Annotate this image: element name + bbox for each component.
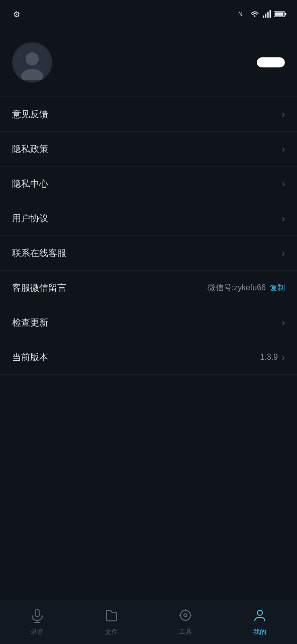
menu-label-version: 当前版本 — [12, 351, 48, 363]
nav-item-files[interactable]: 文件 — [74, 608, 149, 636]
menu-item-privacy-center[interactable]: 隐私中心› — [0, 167, 297, 201]
menu-item-privacy-policy[interactable]: 隐私政策› — [0, 132, 297, 167]
menu-right-wechat-message: 微信号:zykefu66复制 — [208, 283, 285, 293]
profile-info — [62, 61, 247, 64]
chevron-icon-privacy-center: › — [282, 179, 285, 189]
menu-label-online-service: 联系在线客服 — [12, 247, 66, 259]
menu-item-check-update[interactable]: 检查更新› — [0, 305, 297, 340]
avatar — [12, 42, 52, 83]
wifi-icon — [250, 10, 260, 19]
nav-label-record: 录音 — [31, 627, 44, 636]
status-bar: ⚙ N — [0, 0, 297, 28]
svg-rect-12 — [35, 609, 39, 617]
nav-item-mine[interactable]: 我的 — [223, 608, 297, 636]
menu-right-privacy-center: › — [282, 179, 285, 189]
svg-rect-2 — [263, 16, 264, 18]
chevron-icon-version: › — [282, 352, 285, 363]
menu-label-user-agreement: 用户协议 — [12, 212, 48, 224]
login-button[interactable] — [257, 57, 285, 67]
nav-icon-record — [30, 608, 45, 625]
svg-rect-4 — [267, 12, 269, 18]
nav-label-mine: 我的 — [253, 627, 266, 636]
chevron-icon-feedback: › — [282, 109, 285, 120]
svg-rect-8 — [275, 13, 283, 16]
menu-label-check-update: 检查更新 — [12, 316, 48, 329]
menu-right-check-update: › — [282, 317, 285, 328]
svg-point-15 — [180, 610, 190, 620]
menu-item-wechat-message[interactable]: 客服微信留言微信号:zykefu66复制 — [0, 271, 297, 305]
menu-right-user-agreement: › — [282, 213, 285, 224]
profile-section — [0, 28, 297, 97]
menu-list: 意见反馈›隐私政策›隐私中心›用户协议›联系在线客服›客服微信留言微信号:zyk… — [0, 97, 297, 375]
menu-label-privacy-center: 隐私中心 — [12, 178, 48, 190]
menu-item-user-agreement[interactable]: 用户协议› — [0, 201, 297, 236]
svg-rect-7 — [285, 13, 286, 15]
svg-point-1 — [254, 16, 256, 18]
chevron-icon-online-service: › — [282, 248, 285, 259]
settings-icon: ⚙ — [13, 10, 20, 19]
menu-label-privacy-policy: 隐私政策 — [12, 143, 48, 155]
nav-label-files: 文件 — [105, 627, 118, 636]
nav-icon-mine — [252, 608, 267, 625]
menu-right-feedback: › — [282, 109, 285, 120]
svg-text:N: N — [238, 11, 243, 18]
menu-right-online-service: › — [282, 248, 285, 259]
menu-label-wechat-message: 客服微信留言 — [12, 282, 66, 294]
avatar-icon — [15, 45, 50, 80]
svg-point-10 — [26, 52, 39, 65]
signal-icon — [262, 10, 271, 19]
nav-label-tools: 工具 — [179, 627, 192, 636]
version-value: 1.3.9 — [260, 353, 278, 362]
nav-icon-tools — [178, 608, 193, 625]
menu-item-online-service[interactable]: 联系在线客服› — [0, 236, 297, 271]
menu-item-version[interactable]: 当前版本1.3.9› — [0, 340, 297, 375]
chevron-icon-privacy-policy: › — [282, 144, 285, 154]
copy-wechat-button[interactable]: 复制 — [270, 283, 285, 293]
svg-point-21 — [257, 610, 262, 615]
svg-rect-3 — [265, 14, 266, 18]
menu-right-version: 1.3.9› — [260, 352, 285, 363]
menu-item-feedback[interactable]: 意见反馈› — [0, 97, 297, 132]
svg-point-16 — [184, 614, 187, 617]
nav-item-record[interactable]: 录音 — [0, 608, 74, 636]
nav-item-tools[interactable]: 工具 — [149, 608, 223, 636]
svg-rect-5 — [269, 10, 271, 18]
wechat-id-text: 微信号:zykefu66 — [208, 283, 266, 293]
status-right: N — [238, 10, 287, 19]
nfc-icon: N — [238, 10, 247, 19]
bottom-nav: 录音 文件 工具 我的 — [0, 600, 297, 644]
status-left: ⚙ — [10, 10, 20, 19]
chevron-icon-user-agreement: › — [282, 213, 285, 224]
nav-icon-files — [104, 608, 119, 625]
menu-label-feedback: 意见反馈 — [12, 108, 48, 120]
chevron-icon-check-update: › — [282, 317, 285, 328]
menu-right-privacy-policy: › — [282, 144, 285, 154]
battery-icon — [274, 10, 287, 18]
